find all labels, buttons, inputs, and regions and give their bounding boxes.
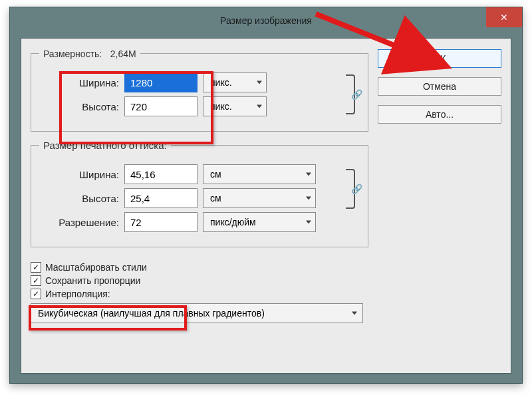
print-width-label: Ширина: [39, 169, 119, 180]
chevron-down-icon [306, 197, 311, 200]
dialog-title: Размер изображения [220, 15, 312, 26]
link-icon: 🔗 [351, 89, 362, 100]
chevron-down-icon [257, 81, 262, 84]
close-button[interactable]: ✕ [486, 7, 522, 27]
print-width-input[interactable] [124, 164, 198, 184]
px-width-input[interactable] [124, 72, 198, 92]
resolution-unit-select[interactable]: пикс/дюйм [203, 212, 316, 232]
pixel-dimensions-group: Размерность: 2,64M Ширина: пикс. [31, 48, 368, 132]
px-width-unit-select[interactable]: пикс. [203, 72, 267, 92]
interpolation-checkbox[interactable]: ✓ Интерполяция: [31, 289, 368, 299]
chevron-down-icon [306, 173, 311, 176]
scale-styles-checkbox[interactable]: ✓ Масштабировать стили [31, 262, 368, 273]
resolution-label: Разрешение: [39, 217, 119, 228]
checkbox-icon: ✓ [31, 262, 41, 273]
constrain-proportions-checkbox[interactable]: ✓ Сохранить пропорции [31, 275, 368, 286]
print-size-legend: Размер печатного оттиска: [39, 140, 171, 151]
chevron-down-icon [257, 105, 262, 108]
print-height-unit-select[interactable]: см [203, 188, 316, 208]
px-link-column: 🔗 [341, 68, 360, 120]
ok-button[interactable]: ОК [378, 49, 501, 68]
print-link-column: 🔗 [341, 163, 360, 215]
print-width-unit-select[interactable]: см [203, 164, 316, 184]
print-height-input[interactable] [124, 188, 198, 208]
chevron-down-icon [352, 312, 357, 315]
px-width-label: Ширина: [39, 77, 119, 88]
cancel-button[interactable]: Отмена [378, 77, 501, 96]
px-height-label: Высота: [39, 101, 119, 112]
auto-button[interactable]: Авто... [378, 105, 501, 124]
constrain-label: Сохранить пропорции [45, 275, 140, 286]
resolution-input[interactable] [124, 212, 198, 232]
print-height-label: Высота: [39, 193, 119, 204]
checkbox-icon: ✓ [31, 289, 41, 299]
dialog-content: Размерность: 2,64M Ширина: пикс. [21, 38, 511, 374]
px-height-input[interactable] [124, 96, 198, 116]
print-size-group: Размер печатного оттиска: Ширина: см [31, 140, 368, 247]
titlebar: Размер изображения ✕ [10, 7, 522, 33]
interpolation-select[interactable]: Бикубическая (наилучшая для плавных град… [31, 303, 363, 323]
chevron-down-icon [306, 221, 311, 224]
interpolation-label: Интерполяция: [45, 289, 110, 299]
scale-styles-label: Масштабировать стили [45, 262, 147, 273]
close-icon: ✕ [500, 5, 508, 30]
checkbox-icon: ✓ [31, 275, 41, 286]
px-height-unit-select[interactable]: пикс. [203, 96, 267, 116]
image-size-dialog: Размер изображения ✕ Размерность: 2,64M [9, 7, 523, 384]
link-icon: 🔗 [351, 184, 362, 194]
pixel-dimensions-legend: Размерность: 2,64M [39, 48, 140, 59]
